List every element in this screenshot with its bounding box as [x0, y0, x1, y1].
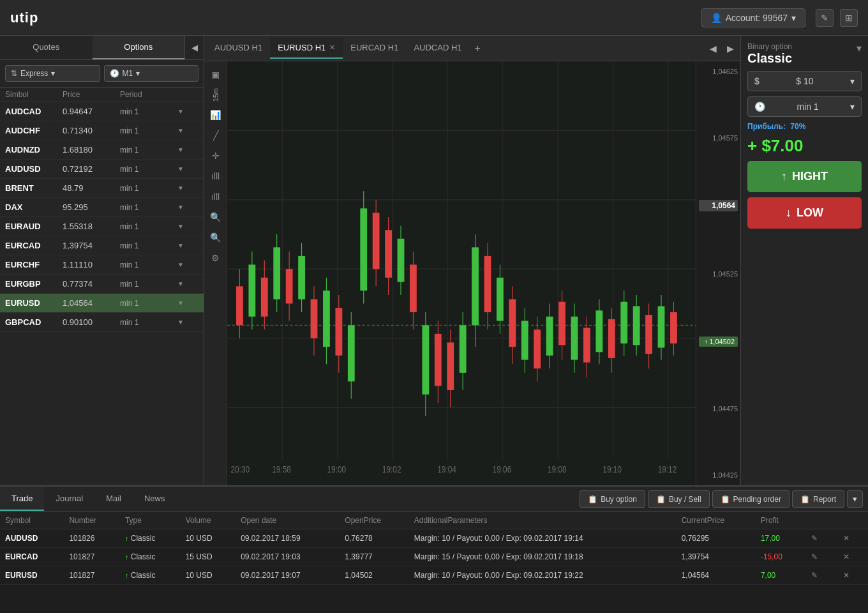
row-close[interactable]: ✕: [835, 529, 868, 548]
symbol-arrow-icon[interactable]: ▼: [177, 223, 203, 230]
symbol-arrow-icon[interactable]: ▼: [177, 146, 203, 153]
symbol-row[interactable]: EURCAD 1,39754 min 1 ▼: [0, 236, 204, 255]
tab-options[interactable]: Options: [93, 36, 185, 59]
col-open-price: OpenPrice: [340, 512, 408, 529]
svg-text:19:58: 19:58: [272, 464, 291, 474]
profit-value: + $7.00: [747, 136, 862, 156]
symbol-arrow-icon[interactable]: ▼: [177, 280, 203, 287]
svg-rect-49: [447, 342, 454, 390]
controls-row: ⇅ Express ▾ 🕐 M1 ▾: [0, 60, 204, 87]
edit-row-icon[interactable]: ✎: [809, 551, 820, 563]
indicator-tool[interactable]: ılll: [206, 167, 225, 186]
symbol-arrow-icon[interactable]: ▼: [177, 242, 203, 249]
low-button[interactable]: ↓ LOW: [747, 197, 862, 229]
symbol-name: AUDUSD: [5, 164, 63, 174]
chart-svg: 20:30 19:58 19:00 19:02 19:04 19:06 19:0…: [227, 61, 696, 485]
pending-order-button[interactable]: 📋 Pending order: [712, 490, 789, 508]
row-edit[interactable]: ✎: [804, 566, 836, 585]
svg-text:20:30: 20:30: [230, 464, 250, 474]
timeframe-select[interactable]: 🕐 M1 ▾: [104, 65, 199, 82]
bar-chart-tool[interactable]: 📊: [206, 105, 225, 125]
type-badge: Classic: [131, 552, 156, 561]
chart-body: ▣ 15m 📊 ╱ ✛ ılll ılll 🔍 🔍 ⚙: [204, 61, 740, 485]
svg-rect-63: [534, 329, 541, 368]
close-row-icon[interactable]: ✕: [841, 533, 852, 544]
crosshair-tool[interactable]: ✛: [206, 146, 225, 165]
add-chart-tab-button[interactable]: +: [470, 40, 486, 57]
buy-option-button[interactable]: 📋 Buy option: [580, 490, 645, 508]
symbol-row[interactable]: AUDNZD 1.68180 min 1 ▼: [0, 140, 204, 160]
symbol-row[interactable]: EURGBP 0.77374 min 1 ▼: [0, 275, 204, 294]
symbol-row[interactable]: EURUSD 1,04564 min 1 ▼: [0, 294, 204, 313]
symbol-row[interactable]: BRENT 48.79 min 1 ▼: [0, 179, 204, 198]
symbol-arrow-icon[interactable]: ▼: [177, 319, 203, 326]
symbol-price: 0.72192: [63, 164, 120, 174]
tab-journal[interactable]: Journal: [44, 487, 94, 511]
indicator2-tool[interactable]: ılll: [206, 187, 225, 206]
row-close[interactable]: ✕: [835, 566, 868, 585]
symbol-row[interactable]: EURCHF 1.11110 min 1 ▼: [0, 255, 204, 275]
chart-tab[interactable]: EURUSD H1✕: [270, 38, 343, 59]
settings-tool[interactable]: ⚙: [206, 248, 225, 268]
clock2-icon: 🕐: [754, 102, 765, 112]
line-tool[interactable]: ╱: [206, 126, 225, 145]
row-open-price: 1,04502: [340, 566, 408, 585]
chart-tab[interactable]: AUDCAD H1: [406, 38, 469, 59]
amount-select[interactable]: $ $ 10 ▾: [747, 71, 862, 91]
left-panel-collapse[interactable]: ◀: [184, 36, 204, 59]
symbol-row[interactable]: GBPCAD 0.90100 min 1 ▼: [0, 313, 204, 332]
symbol-arrow-icon[interactable]: ▼: [177, 185, 203, 192]
type-badge: Classic: [131, 571, 156, 580]
row-edit[interactable]: ✎: [804, 529, 836, 548]
close-row-icon[interactable]: ✕: [841, 551, 852, 563]
symbol-row[interactable]: AUDUSD 0.72192 min 1 ▼: [0, 160, 204, 179]
symbol-arrow-icon[interactable]: ▼: [177, 165, 203, 172]
report-button[interactable]: 📋 Report: [792, 490, 844, 508]
svg-rect-83: [658, 306, 665, 347]
symbol-row[interactable]: AUDCHF 0.71340 min 1 ▼: [0, 121, 204, 140]
high-button[interactable]: ↑ HIGHT: [747, 161, 862, 192]
symbol-arrow-icon[interactable]: ▼: [177, 127, 203, 134]
option-type-dropdown[interactable]: ▾: [857, 42, 862, 54]
tab-news[interactable]: News: [133, 487, 177, 511]
symbol-row[interactable]: DAX 95.295 min 1 ▼: [0, 198, 204, 217]
row-additional: Margin: 15 / Payout: 0,00 / Exp: 09.02.2…: [409, 548, 677, 566]
price-level-1: 1,04625: [699, 68, 738, 75]
symbol-arrow-icon[interactable]: ▼: [177, 299, 203, 306]
edit-row-icon[interactable]: ✎: [809, 533, 820, 544]
chart-tab[interactable]: EURCAD H1: [343, 38, 406, 59]
row-edit[interactable]: ✎: [804, 548, 836, 566]
buy-sell-button[interactable]: 📋 Buy / Sell: [648, 490, 710, 508]
zoom-out-tool[interactable]: 🔍: [206, 208, 225, 227]
symbol-arrow-icon[interactable]: ▼: [177, 204, 203, 211]
left-panel: Quotes Options ◀ ⇅ Express ▾ 🕐 M1 ▾ Simb…: [0, 36, 204, 485]
grid-icon[interactable]: ⊞: [840, 9, 858, 27]
svg-rect-35: [360, 208, 367, 291]
svg-rect-55: [484, 256, 491, 312]
bottom-expand-button[interactable]: ▾: [847, 490, 863, 508]
chart-tab[interactable]: AUDUSD H1: [207, 38, 270, 59]
symbol-row[interactable]: AUDCAD 0.94647 min 1 ▼: [0, 102, 204, 121]
duration-select[interactable]: 🕐 min 1 ▾: [747, 96, 862, 117]
tab-mail[interactable]: Mail: [94, 487, 133, 511]
symbol-row[interactable]: EURAUD 1.55318 min 1 ▼: [0, 217, 204, 236]
report-icon: 📋: [800, 495, 810, 504]
account-button[interactable]: 👤 Account: 99567 ▾: [701, 8, 805, 27]
row-close[interactable]: ✕: [835, 548, 868, 566]
zoom-in-tool[interactable]: 🔍: [206, 228, 225, 247]
chart-next-icon[interactable]: ▶: [723, 41, 738, 56]
chart-prev-icon[interactable]: ◀: [706, 41, 721, 56]
tab-trade[interactable]: Trade: [0, 487, 44, 511]
price-level-4: 1,04475: [699, 405, 738, 412]
candlestick-tool[interactable]: ▣: [206, 65, 225, 84]
mode-select[interactable]: ⇅ Express ▾: [5, 65, 100, 82]
symbol-price: 48.79: [63, 183, 120, 193]
chart-tab-close-icon[interactable]: ✕: [329, 43, 335, 52]
symbol-arrow-icon[interactable]: ▼: [177, 108, 203, 115]
tab-quotes[interactable]: Quotes: [0, 36, 93, 59]
symbol-arrow-icon[interactable]: ▼: [177, 261, 203, 268]
symbol-price: 1.11110: [63, 260, 120, 269]
edit-row-icon[interactable]: ✎: [809, 570, 820, 581]
edit-icon[interactable]: ✎: [816, 9, 834, 27]
close-row-icon[interactable]: ✕: [841, 570, 852, 581]
